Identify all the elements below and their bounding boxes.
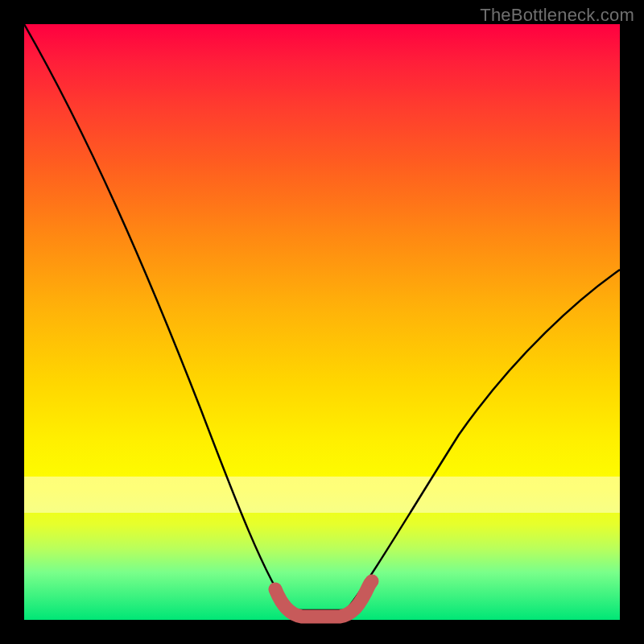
bulge-end-right [365,575,378,588]
bottleneck-curve [24,24,620,610]
plot-area [24,24,620,620]
watermark-text: TheBottleneck.com [480,5,634,26]
bottleneck-trough-bulge [275,581,372,617]
bottleneck-curve-svg [24,24,620,620]
bulge-end-left [269,583,282,596]
chart-frame: TheBottleneck.com [0,0,644,644]
